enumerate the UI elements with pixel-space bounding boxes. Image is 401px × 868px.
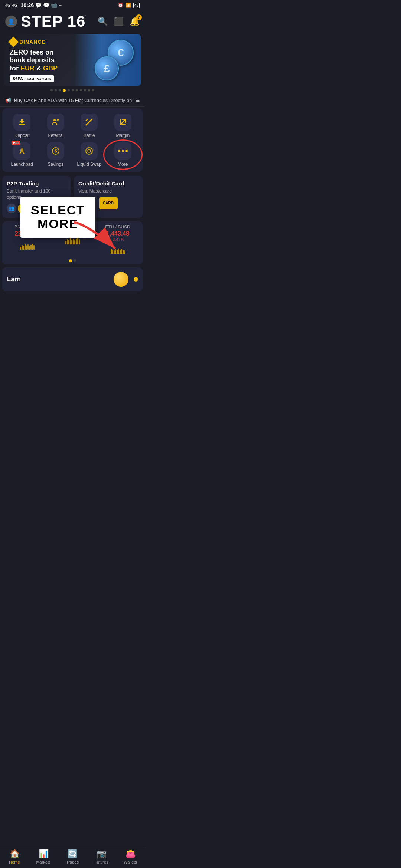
- dot-11: [92, 89, 94, 91]
- battery: 46: [133, 3, 140, 8]
- earn-section[interactable]: Earn: [2, 267, 143, 291]
- referral-icon-wrap: [47, 114, 64, 131]
- launchpad-label: Launchpad: [11, 162, 33, 167]
- more-icon: [118, 149, 128, 153]
- launchpad-icon-wrap: Hot: [13, 142, 30, 160]
- svg-point-16: [118, 150, 120, 152]
- action-margin[interactable]: Margin: [106, 114, 140, 138]
- dot-2: [55, 89, 57, 91]
- notification-bell[interactable]: 🔔 7: [130, 17, 140, 26]
- svg-point-1: [53, 119, 56, 121]
- top-nav: 👤 STEP 16 🔍 ⬛ 🔔 7: [0, 10, 145, 34]
- action-referral[interactable]: Referral: [39, 114, 73, 138]
- p2p-title: P2P Trading: [7, 180, 66, 187]
- network-2: 4G: [12, 3, 18, 7]
- binance-logo: BINANCE: [10, 38, 135, 46]
- more-label: More: [118, 162, 128, 167]
- banner[interactable]: BINANCE ZERO fees on bank deposits for E…: [4, 34, 141, 86]
- status-left: 4G 4G 10:26 💬 💬 📹 ···: [5, 2, 62, 8]
- video-icon: 📹: [51, 2, 57, 8]
- select-more-text: SELECT MORE: [31, 203, 85, 231]
- p2p-icon-1: 👥: [7, 204, 16, 213]
- ticker-dot-2: [74, 259, 76, 262]
- battle-label: Battle: [84, 133, 95, 138]
- svg-line-5: [91, 119, 92, 121]
- svg-line-7: [86, 124, 88, 125]
- dot-8: [80, 89, 82, 91]
- svg-text:$: $: [54, 148, 57, 154]
- savings-label: Savings: [48, 162, 63, 167]
- nav-icons: 🔍 ⬛ 🔔 7: [98, 17, 140, 26]
- earn-coin-icon: [114, 272, 128, 287]
- page-title: STEP 16: [21, 13, 94, 30]
- dot-6: [72, 89, 74, 91]
- dot-1: [50, 89, 53, 91]
- margin-icon: [118, 118, 127, 126]
- status-bar: 4G 4G 10:26 💬 💬 📹 ··· ⏰ 📶 46: [0, 0, 145, 10]
- hot-badge: Hot: [12, 141, 20, 145]
- ticker-dot-1: [69, 259, 72, 262]
- deposit-icon-wrap: [13, 114, 30, 131]
- action-savings[interactable]: $ Savings: [39, 142, 73, 167]
- liquidswap-icon: [85, 147, 94, 155]
- eth-change: -3.47%: [95, 237, 140, 241]
- battle-icon-wrap: [81, 114, 98, 131]
- scan-icon[interactable]: ⬛: [114, 17, 124, 26]
- action-deposit[interactable]: Deposit: [5, 114, 39, 138]
- search-icon[interactable]: 🔍: [98, 17, 108, 26]
- svg-rect-10: [20, 149, 23, 152]
- quick-actions: Deposit Referral: [2, 108, 143, 172]
- dot-4-active: [63, 89, 66, 92]
- action-launchpad[interactable]: Hot Launchpad: [5, 142, 39, 167]
- eth-price: 1,443.48: [95, 230, 140, 237]
- action-more[interactable]: More: [106, 142, 140, 167]
- time: 10:26: [20, 2, 34, 8]
- ticker-eth: ETH / BUSD 1,443.48 -3.47%: [95, 224, 140, 254]
- earn-title: Earn: [7, 276, 21, 283]
- action-battle[interactable]: Battle: [72, 114, 106, 138]
- avatar[interactable]: 👤: [5, 16, 17, 27]
- notification-badge: 7: [136, 14, 142, 20]
- select-more-overlay: SELECT MORE: [20, 197, 95, 238]
- deposit-label: Deposit: [14, 133, 30, 138]
- liquidswap-icon-wrap: [81, 142, 98, 160]
- svg-rect-0: [19, 124, 25, 125]
- dot-9: [84, 89, 86, 91]
- wifi-icon: 📶: [125, 3, 131, 8]
- sepa-badge: S€PA Faster Payments: [10, 75, 54, 82]
- launchpad-icon: [17, 147, 26, 155]
- ticker-dots: [2, 257, 143, 264]
- announcement-bar: 📢 Buy CAKE and ADA with 15 Fiat Currenci…: [0, 94, 145, 107]
- more-icon-wrap: [114, 142, 131, 160]
- debit-card-sub: Visa, Mastercard: [78, 188, 138, 194]
- bnb-spark: [4, 239, 50, 250]
- margin-icon-wrap: [114, 114, 131, 131]
- actions-grid: Deposit Referral: [5, 114, 140, 167]
- referral-icon: [51, 118, 60, 126]
- savings-icon-wrap: $: [47, 142, 64, 160]
- banner-left: BINANCE ZERO fees on bank deposits for E…: [4, 34, 141, 86]
- svg-point-18: [125, 150, 128, 152]
- binance-name: BINANCE: [19, 39, 46, 45]
- megaphone-icon: 📢: [5, 98, 11, 103]
- dot-10: [88, 89, 90, 91]
- alarm-icon: ⏰: [118, 3, 123, 8]
- dot-7: [76, 89, 78, 91]
- battle-icon: [85, 118, 94, 126]
- banner-dots: [0, 86, 145, 94]
- dot-3: [59, 89, 61, 91]
- liquidswap-label: Liquid Swap: [77, 162, 101, 167]
- action-liquidswap[interactable]: Liquid Swap: [72, 142, 106, 167]
- svg-point-17: [122, 150, 124, 152]
- debit-card-title: Credit/Debit Card: [78, 180, 138, 187]
- announcement-menu-icon[interactable]: ≡: [136, 96, 140, 104]
- svg-line-6: [86, 119, 88, 121]
- chat-icon: 💬: [43, 2, 49, 8]
- margin-label: Margin: [116, 133, 130, 138]
- referral-label: Referral: [48, 133, 63, 138]
- deposit-icon: [17, 118, 26, 126]
- announcement-text: Buy CAKE and ADA with 15 Fiat Currencies…: [14, 98, 133, 103]
- banner-headline: ZERO fees on bank deposits for EUR & GBP: [10, 49, 135, 73]
- svg-point-15: [89, 151, 90, 152]
- earn-dot: [134, 277, 138, 282]
